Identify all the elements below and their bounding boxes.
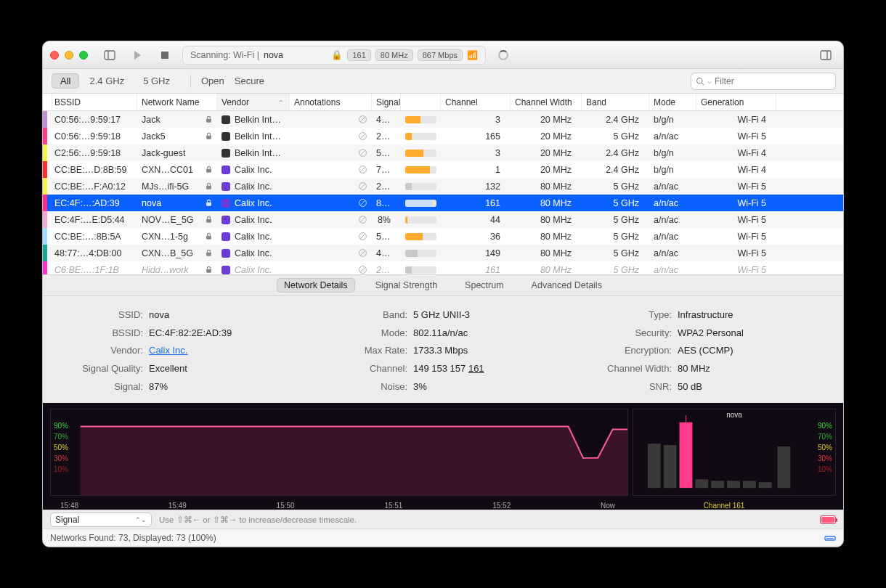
table-row[interactable]: C0:56:…9:59:18Jack5Belkin Int…22%16520 M…: [43, 128, 843, 144]
cell-signal: 78%: [372, 165, 401, 175]
table-row[interactable]: 48:77:…4:DB:00CXN…B_5GCalix Inc.40%14980…: [43, 245, 843, 261]
table-row[interactable]: CC:BE:…D:8B:59CXN…CC01Calix Inc.78%120 M…: [43, 161, 843, 178]
cell-vendor: Calix Inc.: [217, 165, 290, 175]
svg-line-32: [360, 250, 365, 256]
battery-icon: [820, 515, 836, 524]
table-row[interactable]: C0:56:…9:59:17JackBelkin Int…48%320 MHz2…: [43, 111, 843, 128]
col-vendor[interactable]: Vendor: [217, 94, 290, 110]
row-color: [43, 161, 47, 178]
scan-status-prefix: Scanning: Wi-Fi |: [190, 50, 259, 60]
table-row[interactable]: EC:4F:…E:D5:44NOV…E_5GCalix Inc.8%4480 M…: [43, 211, 843, 228]
vendor-icon: [222, 199, 230, 208]
svg-rect-33: [206, 269, 211, 273]
table-row[interactable]: CC:BE:…F:A0:12MJs…ifi-5GCalix Inc.20%132…: [43, 178, 843, 195]
tab-network-details[interactable]: Network Details: [277, 278, 355, 293]
filter-input[interactable]: [715, 76, 831, 86]
cell-channel: 3: [441, 115, 511, 125]
seg-all[interactable]: All: [52, 73, 79, 89]
lock-icon: [205, 182, 213, 190]
lock-icon: [205, 232, 213, 240]
graph-controls: Signal ⌃⌄ Use ⇧⌘← or ⇧⌘→ to increase/dec…: [43, 510, 843, 528]
table-row[interactable]: C6:BE:…:1F:1BHidd…workCalix Inc.22%16180…: [43, 261, 843, 274]
panel-toggle-icon[interactable]: [816, 46, 836, 64]
vendor-icon: [222, 266, 230, 274]
cell-band: 5 GHz: [582, 232, 649, 242]
close-button[interactable]: [50, 51, 59, 60]
play-icon[interactable]: [127, 46, 147, 64]
cell-vendor: Calix Inc.: [217, 181, 290, 192]
zoom-button[interactable]: [79, 51, 88, 60]
detail-value: 1733.3 Mbps: [413, 342, 468, 360]
cell-signal: 20%: [372, 181, 401, 192]
filter-toolbar: All2.4 GHz5 GHz Open Secure ⌵: [43, 69, 843, 94]
col-strip[interactable]: [401, 94, 441, 110]
filter-secure[interactable]: Secure: [235, 75, 264, 86]
cell-mode: b/g/n: [649, 115, 696, 125]
cell-bssid: CC:BE:…:8B:5A: [50, 232, 137, 242]
stop-icon[interactable]: [155, 46, 175, 64]
cell-bssid: EC:4F:…E:D5:44: [50, 215, 137, 225]
cell-signal-bar: [401, 133, 441, 140]
graph-area: 90%70%50%30%10% nova 90%70%50%30%10%: [43, 403, 843, 500]
cell-channel: 161: [441, 265, 511, 275]
col-network-name[interactable]: Network Name: [137, 94, 217, 110]
detail-row: Vendor:Calix Inc.: [56, 342, 301, 360]
filter-open[interactable]: Open: [201, 75, 224, 86]
cell-channel: 132: [441, 181, 511, 192]
col-mode[interactable]: Mode: [649, 94, 696, 110]
col-band[interactable]: Band: [582, 94, 649, 110]
cell-vendor: Belkin Int…: [217, 115, 290, 125]
cell-name: Jack5: [137, 131, 217, 142]
svg-rect-0: [105, 51, 115, 60]
vendor-link[interactable]: Calix Inc.: [149, 345, 187, 356]
cell-signal: 22%: [372, 265, 401, 275]
detail-value: Infrastructure: [678, 306, 733, 324]
detail-key: Channel Width:: [585, 360, 672, 378]
row-color: [43, 128, 47, 144]
graph-x-axis: 15:4815:4915:5015:5115:52Now Channel 161: [43, 500, 843, 510]
table-row[interactable]: CC:BE:…:8B:5ACXN…1-5gCalix Inc.55%3680 M…: [43, 228, 843, 245]
cell-annotation: [290, 165, 372, 174]
detail-key: Max Rate:: [320, 342, 407, 360]
detail-value: EC:4F:82:2E:AD:39: [149, 324, 232, 343]
seg-5ghz[interactable]: 5 GHz: [134, 73, 179, 89]
svg-rect-30: [206, 253, 211, 256]
tab-spectrum[interactable]: Spectrum: [458, 278, 511, 293]
col-signal[interactable]: Signal: [372, 94, 401, 110]
col-channel-width[interactable]: Channel Width: [511, 94, 582, 110]
networks-table[interactable]: BSSIDNetwork NameVendorAnnotationsSignal…: [43, 94, 843, 274]
col-generation[interactable]: Generation: [696, 94, 776, 110]
cell-signal-bar: [401, 116, 441, 123]
tray-icon[interactable]: [824, 532, 836, 543]
col-bssid[interactable]: BSSID: [50, 94, 137, 110]
filter-search[interactable]: ⌵: [691, 73, 836, 90]
cell-mode: a/n/ac: [649, 181, 696, 192]
tab-advanced-details[interactable]: Advanced Details: [524, 278, 609, 293]
row-color: [43, 195, 47, 211]
col-annotations[interactable]: Annotations: [290, 94, 372, 110]
svg-line-12: [360, 134, 365, 139]
minimize-button[interactable]: [65, 51, 73, 60]
cell-mode: a/n/ac: [649, 131, 696, 142]
search-icon: [696, 77, 704, 86]
svg-line-6: [702, 83, 704, 85]
cell-signal-bar: [401, 166, 441, 173]
cell-width: 80 MHz: [511, 265, 582, 275]
cell-channel: 161: [441, 198, 511, 208]
cell-signal-bar: [401, 233, 441, 240]
cell-annotation: [290, 215, 372, 224]
detail-value: AES (CCMP): [678, 342, 733, 360]
metric-dropdown[interactable]: Signal ⌃⌄: [50, 513, 152, 527]
sidebar-toggle-icon[interactable]: [99, 46, 120, 64]
cell-signal: 58%: [372, 148, 401, 158]
table-row[interactable]: EC:4F:…:AD:39novaCalix Inc.87%16180 MHz5…: [43, 195, 843, 211]
table-row[interactable]: C2:56:…9:59:18Jack-guestBelkin Int…58%32…: [43, 144, 843, 161]
scan-status-network: nova: [264, 50, 283, 60]
detail-row: Type:Infrastructure: [585, 306, 830, 324]
cell-mode: b/g/n: [649, 165, 696, 175]
cell-annotation: [290, 131, 372, 141]
col-channel[interactable]: Channel: [441, 94, 511, 110]
seg-24ghz[interactable]: 2.4 GHz: [81, 73, 133, 89]
tab-signal-strength[interactable]: Signal Strength: [368, 278, 444, 293]
detail-value: WPA2 Personal: [678, 324, 744, 343]
